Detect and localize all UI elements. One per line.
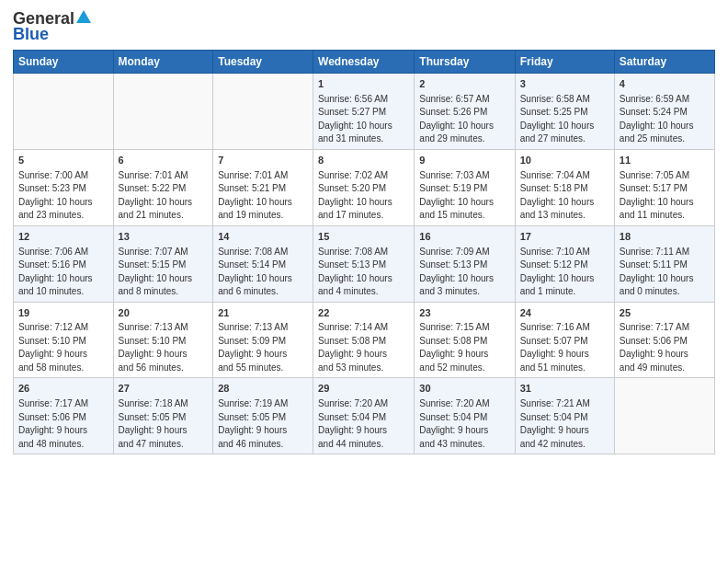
day-number: 28 xyxy=(218,382,308,396)
day-detail: Sunrise: 7:15 AM Sunset: 5:08 PM Dayligh… xyxy=(419,322,489,373)
day-number: 1 xyxy=(318,77,409,91)
day-detail: Sunrise: 7:16 AM Sunset: 5:07 PM Dayligh… xyxy=(520,322,590,373)
day-detail: Sunrise: 6:58 AM Sunset: 5:25 PM Dayligh… xyxy=(520,94,595,144)
day-detail: Sunrise: 7:07 AM Sunset: 5:15 PM Dayligh… xyxy=(119,247,193,297)
calendar-cell: 31Sunrise: 7:21 AM Sunset: 5:04 PM Dayli… xyxy=(515,378,614,454)
calendar-cell: 4Sunrise: 6:59 AM Sunset: 5:24 PM Daylig… xyxy=(614,74,714,150)
calendar-cell: 26Sunrise: 7:17 AM Sunset: 5:06 PM Dayli… xyxy=(14,378,114,454)
calendar-cell xyxy=(213,74,313,150)
col-header-sunday: Sunday xyxy=(14,51,114,74)
col-header-wednesday: Wednesday xyxy=(313,51,415,74)
day-number: 5 xyxy=(18,154,108,167)
calendar-cell: 15Sunrise: 7:08 AM Sunset: 5:13 PM Dayli… xyxy=(313,225,415,302)
day-number: 15 xyxy=(318,230,409,244)
day-number: 20 xyxy=(119,306,209,320)
day-number: 27 xyxy=(119,382,209,396)
calendar-cell: 8Sunrise: 7:02 AM Sunset: 5:20 PM Daylig… xyxy=(313,149,415,225)
day-detail: Sunrise: 7:12 AM Sunset: 5:10 PM Dayligh… xyxy=(18,322,88,373)
day-number: 25 xyxy=(620,306,710,320)
calendar-cell: 14Sunrise: 7:08 AM Sunset: 5:14 PM Dayli… xyxy=(213,225,313,302)
week-row-3: 12Sunrise: 7:06 AM Sunset: 5:16 PM Dayli… xyxy=(14,225,715,302)
day-detail: Sunrise: 7:20 AM Sunset: 5:04 PM Dayligh… xyxy=(419,398,489,449)
day-number: 8 xyxy=(318,154,409,167)
day-detail: Sunrise: 7:10 AM Sunset: 5:12 PM Dayligh… xyxy=(520,247,595,297)
day-number: 6 xyxy=(119,154,209,167)
day-number: 16 xyxy=(419,230,509,244)
svg-marker-0 xyxy=(76,10,91,23)
col-header-saturday: Saturday xyxy=(614,51,714,74)
calendar-cell: 21Sunrise: 7:13 AM Sunset: 5:09 PM Dayli… xyxy=(213,302,313,378)
calendar-cell: 16Sunrise: 7:09 AM Sunset: 5:13 PM Dayli… xyxy=(415,225,515,302)
calendar-cell xyxy=(614,378,714,454)
day-number: 13 xyxy=(119,230,209,244)
day-detail: Sunrise: 7:18 AM Sunset: 5:05 PM Dayligh… xyxy=(119,398,188,449)
calendar-cell: 13Sunrise: 7:07 AM Sunset: 5:15 PM Dayli… xyxy=(113,225,213,302)
day-number: 11 xyxy=(620,154,710,167)
week-row-5: 26Sunrise: 7:17 AM Sunset: 5:06 PM Dayli… xyxy=(14,378,715,454)
day-detail: Sunrise: 7:06 AM Sunset: 5:16 PM Dayligh… xyxy=(18,247,93,297)
calendar-cell: 17Sunrise: 7:10 AM Sunset: 5:12 PM Dayli… xyxy=(515,225,614,302)
calendar-cell: 22Sunrise: 7:14 AM Sunset: 5:08 PM Dayli… xyxy=(313,302,415,378)
calendar-cell: 12Sunrise: 7:06 AM Sunset: 5:16 PM Dayli… xyxy=(14,225,114,302)
day-detail: Sunrise: 6:59 AM Sunset: 5:24 PM Dayligh… xyxy=(620,94,694,144)
calendar-cell: 18Sunrise: 7:11 AM Sunset: 5:11 PM Dayli… xyxy=(614,225,714,302)
day-detail: Sunrise: 6:56 AM Sunset: 5:27 PM Dayligh… xyxy=(318,94,392,144)
day-number: 2 xyxy=(419,77,509,91)
calendar-cell: 6Sunrise: 7:01 AM Sunset: 5:22 PM Daylig… xyxy=(113,149,213,225)
day-number: 21 xyxy=(218,306,308,320)
day-detail: Sunrise: 7:02 AM Sunset: 5:20 PM Dayligh… xyxy=(318,170,392,221)
day-detail: Sunrise: 7:21 AM Sunset: 5:04 PM Dayligh… xyxy=(520,398,590,449)
calendar-cell: 2Sunrise: 6:57 AM Sunset: 5:26 PM Daylig… xyxy=(415,74,515,150)
day-detail: Sunrise: 7:00 AM Sunset: 5:23 PM Dayligh… xyxy=(18,170,93,221)
day-number: 26 xyxy=(18,382,108,396)
logo: General Blue xyxy=(13,9,91,44)
day-detail: Sunrise: 6:57 AM Sunset: 5:26 PM Dayligh… xyxy=(419,94,494,144)
day-number: 4 xyxy=(620,77,710,91)
calendar-cell: 29Sunrise: 7:20 AM Sunset: 5:04 PM Dayli… xyxy=(313,378,415,454)
calendar-table: SundayMondayTuesdayWednesdayThursdayFrid… xyxy=(13,50,715,454)
calendar-cell: 1Sunrise: 6:56 AM Sunset: 5:27 PM Daylig… xyxy=(313,74,415,150)
calendar-cell: 10Sunrise: 7:04 AM Sunset: 5:18 PM Dayli… xyxy=(515,149,614,225)
header-row: SundayMondayTuesdayWednesdayThursdayFrid… xyxy=(14,51,715,74)
day-number: 14 xyxy=(218,230,308,244)
week-row-1: 1Sunrise: 6:56 AM Sunset: 5:27 PM Daylig… xyxy=(14,74,715,150)
day-detail: Sunrise: 7:17 AM Sunset: 5:06 PM Dayligh… xyxy=(18,398,88,449)
week-row-2: 5Sunrise: 7:00 AM Sunset: 5:23 PM Daylig… xyxy=(14,149,715,225)
col-header-tuesday: Tuesday xyxy=(213,51,313,74)
day-number: 10 xyxy=(520,154,609,167)
calendar-cell: 9Sunrise: 7:03 AM Sunset: 5:19 PM Daylig… xyxy=(415,149,515,225)
day-detail: Sunrise: 7:08 AM Sunset: 5:14 PM Dayligh… xyxy=(218,247,292,297)
day-number: 19 xyxy=(18,306,108,320)
calendar-cell: 28Sunrise: 7:19 AM Sunset: 5:05 PM Dayli… xyxy=(213,378,313,454)
day-detail: Sunrise: 7:17 AM Sunset: 5:06 PM Dayligh… xyxy=(620,322,689,373)
calendar-cell xyxy=(14,74,114,150)
day-number: 17 xyxy=(520,230,609,244)
day-detail: Sunrise: 7:01 AM Sunset: 5:22 PM Dayligh… xyxy=(119,170,193,221)
day-detail: Sunrise: 7:13 AM Sunset: 5:10 PM Dayligh… xyxy=(119,322,188,373)
calendar-cell: 19Sunrise: 7:12 AM Sunset: 5:10 PM Dayli… xyxy=(14,302,114,378)
calendar-cell: 3Sunrise: 6:58 AM Sunset: 5:25 PM Daylig… xyxy=(515,74,614,150)
calendar-cell: 5Sunrise: 7:00 AM Sunset: 5:23 PM Daylig… xyxy=(14,149,114,225)
day-detail: Sunrise: 7:01 AM Sunset: 5:21 PM Dayligh… xyxy=(218,170,292,221)
calendar-cell xyxy=(113,74,213,150)
day-detail: Sunrise: 7:20 AM Sunset: 5:04 PM Dayligh… xyxy=(318,398,388,449)
day-number: 3 xyxy=(520,77,609,91)
week-row-4: 19Sunrise: 7:12 AM Sunset: 5:10 PM Dayli… xyxy=(14,302,715,378)
day-number: 24 xyxy=(520,306,609,320)
day-number: 7 xyxy=(218,154,308,167)
day-detail: Sunrise: 7:13 AM Sunset: 5:09 PM Dayligh… xyxy=(218,322,288,373)
calendar-cell: 24Sunrise: 7:16 AM Sunset: 5:07 PM Dayli… xyxy=(515,302,614,378)
day-number: 22 xyxy=(318,306,409,320)
day-number: 12 xyxy=(18,230,108,244)
calendar-cell: 20Sunrise: 7:13 AM Sunset: 5:10 PM Dayli… xyxy=(113,302,213,378)
calendar-cell: 11Sunrise: 7:05 AM Sunset: 5:17 PM Dayli… xyxy=(614,149,714,225)
day-number: 29 xyxy=(318,382,409,396)
day-number: 9 xyxy=(419,154,509,167)
col-header-thursday: Thursday xyxy=(415,51,515,74)
header: General Blue xyxy=(13,9,715,44)
day-detail: Sunrise: 7:14 AM Sunset: 5:08 PM Dayligh… xyxy=(318,322,388,373)
col-header-monday: Monday xyxy=(113,51,213,74)
day-detail: Sunrise: 7:04 AM Sunset: 5:18 PM Dayligh… xyxy=(520,170,595,221)
logo-triangle-icon xyxy=(76,10,91,27)
calendar-cell: 27Sunrise: 7:18 AM Sunset: 5:05 PM Dayli… xyxy=(113,378,213,454)
